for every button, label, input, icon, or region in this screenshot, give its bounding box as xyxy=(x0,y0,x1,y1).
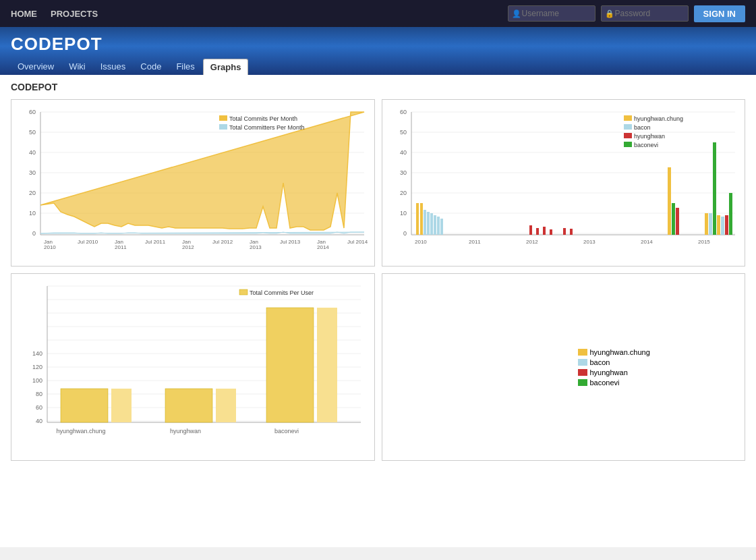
svg-rect-87 xyxy=(624,133,632,138)
svg-rect-56 xyxy=(427,212,430,235)
legend-color-baconevi xyxy=(578,379,587,386)
svg-text:baconevi: baconevi xyxy=(274,428,299,435)
svg-rect-69 xyxy=(676,208,679,235)
svg-text:2015: 2015 xyxy=(698,239,710,245)
svg-rect-71 xyxy=(709,213,712,235)
svg-text:40: 40 xyxy=(29,149,36,156)
svg-rect-76 xyxy=(729,193,732,235)
tab-files[interactable]: Files xyxy=(169,59,201,75)
svg-rect-61 xyxy=(529,225,532,235)
legend-color-hyunghwan xyxy=(578,369,587,376)
chart2-svg: 0 10 20 30 40 50 60 xyxy=(388,105,738,260)
svg-text:Total Commits Per User: Total Commits Per User xyxy=(250,289,314,296)
chart-commits-per-user: 40 60 80 100 120 140 hyunghwan xyxy=(11,273,375,461)
svg-rect-60 xyxy=(440,219,443,235)
svg-text:10: 10 xyxy=(29,210,36,217)
svg-text:2013: 2013 xyxy=(583,239,595,245)
svg-rect-57 xyxy=(430,213,433,235)
svg-text:Total Committers Per Month: Total Committers Per Month xyxy=(229,124,305,131)
svg-text:hyunghwan.chung: hyunghwan.chung xyxy=(56,428,105,435)
svg-rect-67 xyxy=(668,167,671,235)
legend-color-hyunghwan-chung xyxy=(578,349,587,356)
svg-text:hyunghwan: hyunghwan xyxy=(634,133,665,140)
legend-bacon: bacon xyxy=(578,358,650,366)
svg-text:2013: 2013 xyxy=(250,244,262,250)
svg-text:30: 30 xyxy=(29,169,36,176)
legend-hyunghwan: hyunghwan xyxy=(578,368,650,376)
user-icon: 👤 xyxy=(512,9,521,18)
svg-rect-114 xyxy=(266,308,314,422)
svg-text:2010: 2010 xyxy=(415,239,427,245)
svg-text:Jul 2012: Jul 2012 xyxy=(212,239,233,245)
svg-text:2014: 2014 xyxy=(641,239,653,245)
svg-rect-112 xyxy=(165,389,212,422)
password-wrap: 🔒 xyxy=(601,5,689,22)
svg-marker-17 xyxy=(40,232,364,233)
svg-rect-63 xyxy=(543,227,546,235)
svg-rect-66 xyxy=(570,229,573,235)
project-tabs: Overview Wiki Issues Code Files Graphs xyxy=(11,59,745,75)
svg-rect-115 xyxy=(317,308,337,422)
tab-code[interactable]: Code xyxy=(134,59,168,75)
svg-text:60: 60 xyxy=(36,404,42,411)
svg-rect-73 xyxy=(717,215,720,235)
svg-rect-111 xyxy=(111,389,132,422)
tab-issues[interactable]: Issues xyxy=(94,59,133,75)
pie-legend: hyunghwan.chung bacon hyunghwan baconevi xyxy=(389,348,650,387)
svg-text:Jul 2010: Jul 2010 xyxy=(78,239,98,245)
svg-text:120: 120 xyxy=(32,364,42,370)
svg-rect-55 xyxy=(424,210,426,235)
svg-text:hyunghwan: hyunghwan xyxy=(170,428,201,435)
nav-projects[interactable]: PROJECTS xyxy=(51,9,98,19)
chart-commits-per-month: 0 10 20 30 40 50 60 Jan 2010 Jul 2 xyxy=(11,99,375,267)
chart-commits-by-user: 0 10 20 30 40 50 60 xyxy=(382,99,746,267)
svg-text:40: 40 xyxy=(399,149,406,156)
top-nav-auth: 👤 🔒 SIGN IN xyxy=(508,5,745,22)
svg-text:10: 10 xyxy=(399,210,406,217)
svg-text:Jul 2013: Jul 2013 xyxy=(280,239,301,245)
svg-text:80: 80 xyxy=(36,391,42,397)
svg-rect-65 xyxy=(563,228,566,235)
svg-rect-70 xyxy=(705,213,708,235)
svg-text:baconevi: baconevi xyxy=(634,142,658,148)
svg-text:20: 20 xyxy=(399,190,406,196)
svg-text:Jul 2011: Jul 2011 xyxy=(145,239,166,245)
legend-baconevi: baconevi xyxy=(578,379,650,387)
svg-rect-85 xyxy=(624,124,632,130)
svg-text:hyunghwan.chung: hyunghwan.chung xyxy=(634,115,683,122)
svg-text:50: 50 xyxy=(29,129,36,136)
svg-rect-110 xyxy=(61,389,108,422)
project-title: CODEPOT xyxy=(11,34,745,55)
svg-text:20: 20 xyxy=(29,190,36,196)
svg-text:2012: 2012 xyxy=(182,244,194,250)
tab-wiki[interactable]: Wiki xyxy=(62,59,92,75)
page-content: CODEPOT 0 10 20 30 40 50 60 xyxy=(0,75,756,547)
svg-rect-33 xyxy=(219,115,227,121)
svg-rect-59 xyxy=(437,217,440,235)
sign-in-button[interactable]: SIGN IN xyxy=(694,5,745,22)
svg-rect-54 xyxy=(420,203,423,235)
chart1-svg: 0 10 20 30 40 50 60 Jan 2010 Jul 2 xyxy=(17,105,368,260)
project-header: CODEPOT Overview Wiki Issues Code Files … xyxy=(0,27,756,75)
legend-label-hyunghwan-chung: hyunghwan.chung xyxy=(590,348,650,356)
tab-overview[interactable]: Overview xyxy=(11,59,61,75)
svg-text:30: 30 xyxy=(399,169,406,176)
svg-text:2010: 2010 xyxy=(44,244,56,250)
svg-rect-58 xyxy=(434,215,436,235)
svg-rect-72 xyxy=(713,142,716,235)
username-wrap: 👤 xyxy=(508,5,595,22)
tab-graphs[interactable]: Graphs xyxy=(203,59,249,75)
svg-text:Jul 2014: Jul 2014 xyxy=(347,239,368,245)
chart-pie: hyunghwan.chung bacon hyunghwan baconevi xyxy=(382,273,746,461)
pie-legend-items: hyunghwan.chung bacon hyunghwan baconevi xyxy=(578,348,650,387)
svg-rect-75 xyxy=(725,215,728,235)
svg-rect-119 xyxy=(239,289,248,295)
svg-text:2014: 2014 xyxy=(317,244,329,250)
nav-home[interactable]: HOME xyxy=(11,9,37,19)
svg-rect-113 xyxy=(216,389,236,422)
svg-rect-62 xyxy=(536,228,539,235)
svg-text:0: 0 xyxy=(403,230,406,237)
legend-hyunghwan-chung: hyunghwan.chung xyxy=(578,348,650,356)
legend-color-bacon xyxy=(578,359,587,366)
svg-rect-53 xyxy=(416,203,419,235)
